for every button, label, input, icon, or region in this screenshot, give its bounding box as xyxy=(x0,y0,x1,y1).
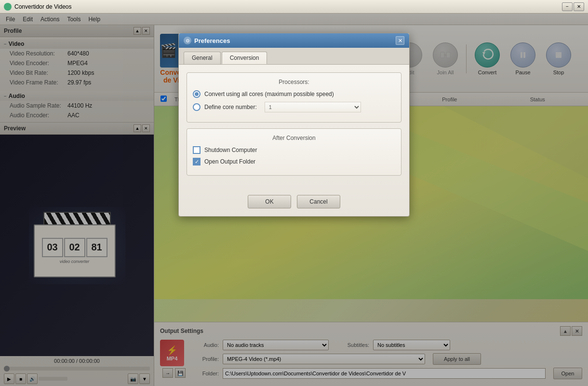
define-core-radio[interactable] xyxy=(193,103,200,111)
processors-section: Processors: Convert using all cores (max… xyxy=(187,72,401,123)
dialog-close-button[interactable]: ✕ xyxy=(396,36,404,45)
dialog-tabs: General Conversion xyxy=(179,48,409,65)
tab-conversion[interactable]: Conversion xyxy=(222,52,267,64)
minimize-button[interactable]: − xyxy=(562,2,573,11)
tab-general[interactable]: General xyxy=(184,52,221,64)
preferences-dialog: ⚙ Preferences ✕ General Conversion Proce… xyxy=(178,33,410,217)
define-core-row: Define core number: 1 xyxy=(193,102,395,112)
shutdown-label: Shutdown Computer xyxy=(204,147,257,153)
after-conversion-section: After Conversion Shutdown Computer ✓ Ope… xyxy=(187,128,401,176)
dialog-title-bar: ⚙ Preferences ✕ xyxy=(179,33,409,48)
dialog-ok-button[interactable]: OK xyxy=(248,195,291,208)
processors-title: Processors: xyxy=(193,79,395,85)
dialog-footer: OK Cancel xyxy=(179,189,409,216)
dialog-body: Processors: Convert using all cores (max… xyxy=(179,65,409,189)
shutdown-checkbox[interactable] xyxy=(193,146,200,154)
all-cores-row: Convert using all cores (maximum possibl… xyxy=(193,90,395,98)
titlebar-title: Convertidor de Videos xyxy=(14,3,72,10)
dialog-title-icon: ⚙ xyxy=(184,37,191,44)
titlebar: Convertidor de Videos − ✕ xyxy=(0,0,588,14)
core-number-select[interactable]: 1 xyxy=(265,102,361,112)
shutdown-row: Shutdown Computer xyxy=(193,146,395,154)
all-cores-radio[interactable] xyxy=(193,90,200,98)
define-core-label: Define core number: xyxy=(204,104,257,110)
open-folder-checkbox[interactable]: ✓ xyxy=(193,158,200,165)
open-folder-label: Open Output Folder xyxy=(204,158,255,165)
close-button[interactable]: ✕ xyxy=(574,2,584,11)
open-folder-row: ✓ Open Output Folder xyxy=(193,158,395,165)
dialog-cancel-button[interactable]: Cancel xyxy=(297,195,340,208)
dialog-title: Preferences xyxy=(194,37,230,44)
app-icon xyxy=(4,3,12,11)
dialog-overlay: ⚙ Preferences ✕ General Conversion Proce… xyxy=(0,14,588,386)
all-cores-label: Convert using all cores (maximum possibl… xyxy=(204,91,334,97)
after-conversion-title: After Conversion xyxy=(193,135,395,141)
